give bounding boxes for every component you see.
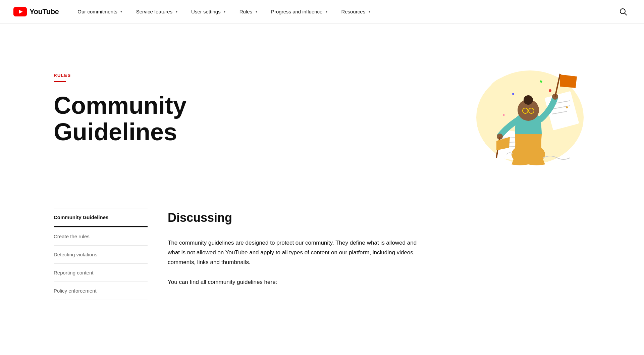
svg-point-19 [524, 95, 533, 105]
sidebar-link-community-guidelines[interactable]: Community Guidelines [54, 208, 148, 227]
search-icon [620, 8, 627, 15]
chevron-down-icon: ▾ [222, 9, 227, 14]
section-label-underline [54, 81, 66, 82]
nav-label-user-settings: User settings [191, 9, 221, 14]
svg-point-23 [549, 89, 551, 92]
search-button[interactable] [616, 4, 631, 19]
article-body: The community guidelines are designed to… [168, 238, 423, 287]
sidebar-link-create-rules[interactable]: Create the rules [54, 227, 148, 245]
chevron-down-icon: ▾ [367, 9, 372, 14]
article: Discussing The community guidelines are … [168, 208, 590, 300]
nav-label-our-commitments: Our commitments [77, 9, 117, 14]
hero-illustration [463, 50, 590, 168]
logo-text: YouTube [30, 7, 59, 16]
nav-item-progress-and-influence[interactable]: Progress and influence ▾ [266, 6, 334, 17]
svg-line-3 [625, 13, 627, 15]
chevron-down-icon: ▾ [324, 9, 329, 14]
sidebar-nav: Community Guidelines Create the rules De… [54, 208, 148, 300]
sidebar-nav-item-detecting-violations[interactable]: Detecting violations [54, 246, 148, 264]
main-content: Community Guidelines Create the rules De… [0, 188, 644, 320]
page-title: Community Guidelines [54, 92, 288, 145]
svg-point-24 [512, 93, 514, 95]
nav-label-service-features: Service features [136, 9, 172, 14]
sidebar-link-policy-enforcement[interactable]: Policy enforcement [54, 282, 148, 300]
nav-label-progress-and-influence: Progress and influence [271, 9, 322, 14]
illustration-svg [463, 50, 590, 168]
svg-point-26 [566, 106, 568, 108]
hero-section: RULES Community Guidelines [0, 23, 644, 188]
nav-item-service-features[interactable]: Service features ▾ [131, 6, 184, 17]
nav-item-rules[interactable]: Rules ▾ [234, 6, 264, 17]
youtube-logo-icon [13, 7, 27, 16]
nav-items: Our commitments ▾ Service features ▾ Use… [72, 6, 616, 17]
illustration-container [463, 50, 590, 168]
logo-link[interactable]: YouTube [13, 7, 59, 16]
chevron-down-icon: ▾ [254, 9, 259, 14]
nav-label-rules: Rules [239, 9, 252, 14]
sidebar-link-detecting-violations[interactable]: Detecting violations [54, 246, 148, 263]
sidebar-link-reporting-content[interactable]: Reporting content [54, 264, 148, 282]
chevron-down-icon: ▾ [174, 9, 179, 14]
sidebar-nav-item-reporting-content[interactable]: Reporting content [54, 264, 148, 282]
chevron-down-icon: ▾ [119, 9, 124, 14]
sidebar-nav-item-create-rules[interactable]: Create the rules [54, 227, 148, 246]
nav-item-resources[interactable]: Resources ▾ [336, 6, 377, 17]
article-paragraph-1: The community guidelines are designed to… [168, 238, 423, 267]
nav-label-resources: Resources [341, 9, 365, 14]
nav-item-our-commitments[interactable]: Our commitments ▾ [72, 6, 129, 17]
section-label: RULES [54, 73, 436, 78]
nav-item-user-settings[interactable]: User settings ▾ [186, 6, 233, 17]
sidebar: Community Guidelines Create the rules De… [54, 208, 148, 300]
article-paragraph-2: You can find all community guidelines he… [168, 277, 423, 287]
hero-content: RULES Community Guidelines [54, 73, 436, 145]
navbar: YouTube Our commitments ▾ Service featur… [0, 0, 644, 23]
sidebar-nav-item-community-guidelines[interactable]: Community Guidelines [54, 208, 148, 227]
article-section-title: Discussing [168, 211, 590, 225]
sidebar-nav-item-policy-enforcement[interactable]: Policy enforcement [54, 282, 148, 300]
